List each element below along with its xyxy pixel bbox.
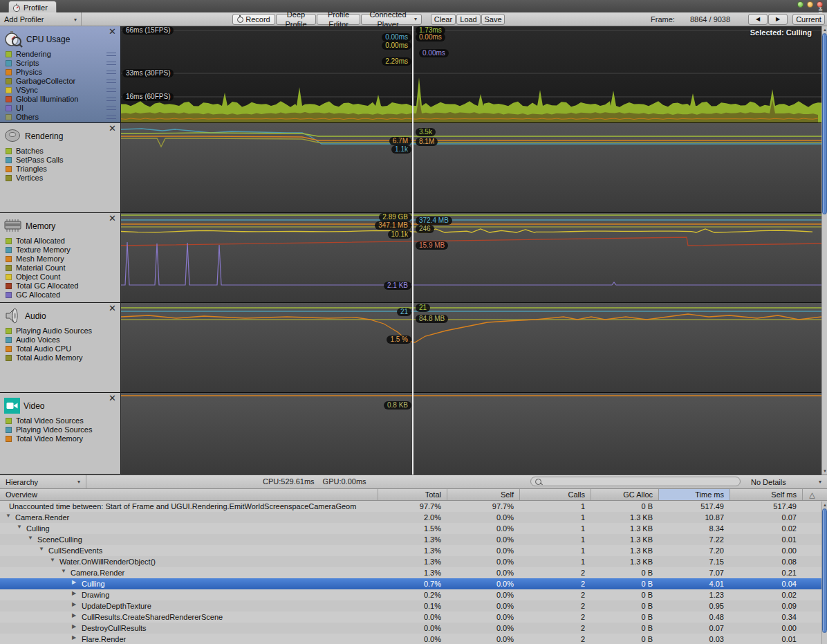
table-row[interactable]: ▼Water.OnWillRenderObject()1.3%0.0%11.3 … xyxy=(0,556,821,567)
record-button[interactable]: Record xyxy=(232,14,275,25)
legend-item-total-audio-cpu[interactable]: Total Audio CPU xyxy=(0,344,120,353)
chart-audio[interactable]: 212184.8 MB1.5 % xyxy=(121,303,821,393)
close-icon[interactable]: ✕ xyxy=(109,28,116,36)
column-header-overview[interactable]: Overview xyxy=(0,489,378,500)
legend-item-triangles[interactable]: Triangles xyxy=(0,165,120,174)
table-scrollbar-thumb[interactable] xyxy=(822,508,827,633)
legend-item-physics[interactable]: Physics xyxy=(0,68,120,77)
scroll-up-icon[interactable]: ▲ xyxy=(822,503,827,507)
window-minimize-button[interactable] xyxy=(797,1,803,8)
previous-frame-button[interactable]: ◀ xyxy=(748,14,768,25)
module-cpu-usage[interactable]: CPU Usage✕RenderingScriptsPhysicsGarbage… xyxy=(0,26,120,123)
chevron-down-icon: ▾ xyxy=(74,17,77,23)
legend-item-material-count[interactable]: Material Count xyxy=(0,264,120,273)
clear-button[interactable]: Clear xyxy=(431,14,456,25)
chart-video[interactable]: 0.8 KB xyxy=(121,393,821,475)
table-row[interactable]: Unaccounted time between: Start of Frame… xyxy=(0,501,821,512)
hierarchy-dropdown[interactable]: Hierarchy ▾ xyxy=(0,475,86,488)
legend-item-scripts[interactable]: Scripts xyxy=(0,59,120,68)
current-frame-button[interactable]: Current xyxy=(792,14,825,25)
table-row[interactable]: ▶Flare.Render0.0%0.0%20 B0.030.01 xyxy=(0,634,821,644)
drag-handle-icon[interactable] xyxy=(106,71,116,75)
drag-handle-icon[interactable] xyxy=(106,80,116,84)
module-video[interactable]: Video✕Total Video SourcesPlaying Video S… xyxy=(0,393,120,475)
connected-player-dropdown[interactable]: Connected Player ▾ xyxy=(361,14,422,25)
chart-area[interactable]: 0.8 KB212184.8 MB1.5 %2.89 GB372.4 MB347… xyxy=(121,26,821,475)
legend-item-total-video-memory[interactable]: Total Video Memory xyxy=(0,434,120,443)
column-header-self[interactable]: Self xyxy=(447,489,519,500)
legend-item-global-illumination[interactable]: Global Illumination xyxy=(0,95,120,104)
frame-selection-line[interactable] xyxy=(412,26,414,475)
close-icon[interactable]: ✕ xyxy=(109,214,116,223)
drag-handle-icon[interactable] xyxy=(106,98,116,102)
legend-item-audio-voices[interactable]: Audio Voices xyxy=(0,335,120,344)
table-row[interactable]: ▼Culling1.5%0.0%11.3 KB8.340.02 xyxy=(0,523,821,534)
scroll-down-icon[interactable]: ▼ xyxy=(822,469,827,473)
column-header-time-ms[interactable]: Time ms xyxy=(658,489,730,500)
legend-item-total-audio-memory[interactable]: Total Audio Memory xyxy=(0,353,120,362)
table-row[interactable]: ▶UpdateDepthTexture0.1%0.0%20 B0.950.09 xyxy=(0,600,821,611)
window-zoom-button[interactable] xyxy=(807,1,813,8)
chart-cpu-usage[interactable]: 66ms (15FPS)33ms (30FPS)16ms (60FPS)1.73… xyxy=(121,26,821,123)
legend-item-ui[interactable]: UI xyxy=(0,104,120,113)
chart-rendering[interactable]: 3.5k6.7M8.1M1.1k xyxy=(121,123,821,213)
add-profiler-dropdown[interactable]: Add Profiler ▾ xyxy=(0,12,82,26)
legend-item-total-video-sources[interactable]: Total Video Sources xyxy=(0,416,120,425)
column-header-self-ms[interactable]: Self ms xyxy=(730,489,802,500)
deep-profile-button[interactable]: Deep Profile xyxy=(276,14,316,25)
table-row[interactable]: ▶DestroyCullResults0.0%0.0%20 B0.070.00 xyxy=(0,623,821,634)
drag-handle-icon[interactable] xyxy=(106,53,116,57)
table-row[interactable]: ▶Culling0.7%0.0%20 B4.010.04 xyxy=(0,578,821,589)
module-rendering[interactable]: Rendering✕BatchesSetPass CallsTrianglesV… xyxy=(0,123,120,213)
legend-item-rendering[interactable]: Rendering xyxy=(0,50,120,59)
drag-handle-icon[interactable] xyxy=(106,107,116,111)
pane-menu-icon[interactable]: ▾☰ xyxy=(816,7,825,12)
legend-item-vsync[interactable]: VSync xyxy=(0,86,120,95)
legend-item-vertices[interactable]: Vertices xyxy=(0,174,120,183)
next-frame-button[interactable]: ▶ xyxy=(768,14,788,25)
details-mode-dropdown[interactable]: No Details ▾ xyxy=(745,475,827,488)
column-header-gc-alloc[interactable]: GC Alloc xyxy=(591,489,658,500)
legend-item-playing-audio-sources[interactable]: Playing Audio Sources xyxy=(0,326,120,335)
legend-item-others[interactable]: Others xyxy=(0,113,120,122)
table-scrollbar[interactable]: ▲ xyxy=(821,502,827,644)
save-button[interactable]: Save xyxy=(481,14,505,25)
legend-item-garbagecollector[interactable]: GarbageCollector xyxy=(0,77,120,86)
drag-handle-icon[interactable] xyxy=(106,116,116,120)
chart-scrollbar-thumb[interactable] xyxy=(822,33,827,214)
close-icon[interactable]: ✕ xyxy=(109,125,116,133)
legend-item-object-count[interactable]: Object Count xyxy=(0,273,120,282)
legend-item-gc-allocated[interactable]: GC Allocated xyxy=(0,291,120,300)
column-header-calls[interactable]: Calls xyxy=(519,489,591,500)
close-icon[interactable]: ✕ xyxy=(109,304,116,313)
legend-item-batches[interactable]: Batches xyxy=(0,147,120,156)
table-row[interactable]: ▶Drawing0.2%0.0%20 B1.230.02 xyxy=(0,589,821,600)
chart-scrollbar[interactable]: ▲ ▼ xyxy=(821,26,827,475)
table-row[interactable]: ▼CullSendEvents1.3%0.0%11.3 KB7.200.00 xyxy=(0,545,821,556)
tab-profiler[interactable]: Profiler xyxy=(8,1,57,13)
legend-label: Texture Memory xyxy=(16,246,71,255)
table-row[interactable]: ▶CullResults.CreateSharedRendererScene0.… xyxy=(0,611,821,623)
legend-item-mesh-memory[interactable]: Mesh Memory xyxy=(0,255,120,264)
drag-handle-icon[interactable] xyxy=(106,62,116,66)
search-input[interactable] xyxy=(530,477,741,486)
scroll-up-icon[interactable]: ▲ xyxy=(822,28,827,32)
legend-item-texture-memory[interactable]: Texture Memory xyxy=(0,246,120,255)
drag-handle-icon[interactable] xyxy=(106,89,116,93)
module-memory[interactable]: Memory✕Total AllocatedTexture MemoryMesh… xyxy=(0,213,120,303)
module-audio[interactable]: Audio✕Playing Audio SourcesAudio VoicesT… xyxy=(0,303,120,393)
column-header-warnings[interactable]: △ xyxy=(802,489,821,500)
legend-item-total-allocated[interactable]: Total Allocated xyxy=(0,237,120,246)
chart-value-label: 10.1k xyxy=(388,230,411,239)
close-icon[interactable]: ✕ xyxy=(109,394,116,403)
legend-item-playing-video-sources[interactable]: Playing Video Sources xyxy=(0,425,120,434)
legend-item-setpass-calls[interactable]: SetPass Calls xyxy=(0,156,120,165)
table-row[interactable]: ▼Camera.Render2.0%0.0%11.3 KB10.870.07 xyxy=(0,512,821,523)
load-button[interactable]: Load xyxy=(456,14,481,25)
table-row[interactable]: ▼SceneCulling1.3%0.0%11.3 KB7.220.01 xyxy=(0,534,821,545)
column-header-total[interactable]: Total xyxy=(378,489,447,500)
profile-editor-button[interactable]: Profile Editor xyxy=(317,14,360,25)
table-row[interactable]: ▼Camera.Render1.3%0.0%20 B7.070.21 xyxy=(0,567,821,578)
legend-item-total-gc-allocated[interactable]: Total GC Allocated xyxy=(0,282,120,291)
chart-memory[interactable]: 2.89 GB372.4 MB347.1 MB24610.1k15.9 MB2.… xyxy=(121,213,821,303)
